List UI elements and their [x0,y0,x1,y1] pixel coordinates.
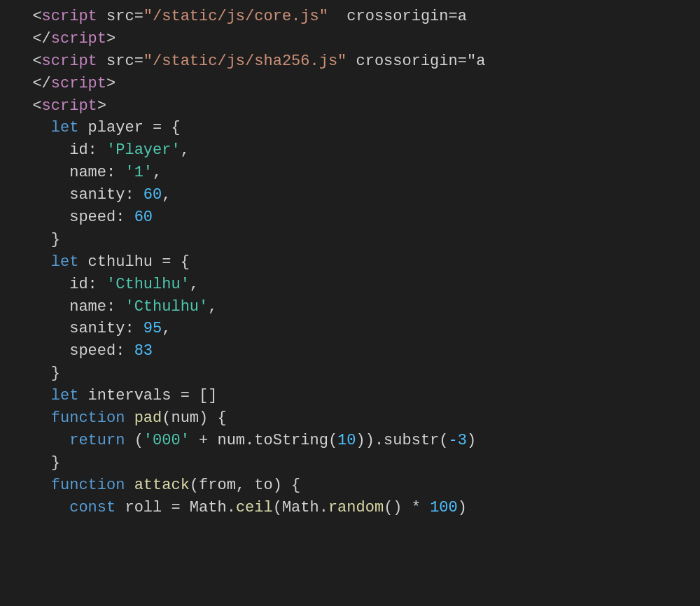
code-token: ceil [236,499,273,516]
code-token: ( [125,432,143,449]
code-token: -3 [449,432,467,449]
code-token: speed: [14,209,134,226]
code-token: function [51,477,125,494]
code-token: crossorigin= [346,52,467,70]
code-token [14,499,69,516]
code-token: '1' [125,164,153,181]
code-line: </script> [14,28,700,50]
code-line: let player = { [14,117,700,139]
code-token: sanity: [14,320,144,337]
code-token: (num) { [162,409,226,427]
code-token: 100 [430,499,458,516]
code-line: function attack(from, to) { [14,474,700,497]
code-line: sanity: 95, [14,318,700,340]
code-token: , [181,141,190,159]
code-token: roll = Math. [115,499,236,516]
code-token: id: [14,276,106,293]
code-token: 'Cthulhu' [125,298,208,316]
code-token: return [69,432,125,449]
code-token [14,253,51,271]
code-line: name: 'Cthulhu', [14,296,700,318]
code-token [14,387,51,404]
code-token: > [97,97,106,115]
code-token: 10 [337,432,356,449]
code-token: sanity: [14,186,144,204]
code-token: ) [458,499,467,516]
code-token: '000' [144,432,190,449]
code-line: } [14,229,700,251]
code-token: 95 [144,320,162,337]
code-token: } [14,454,60,472]
code-token: , [162,186,171,204]
code-line: return ('000' + num.toString(10)).substr… [14,430,700,452]
code-token: let [51,119,79,136]
code-line: let cthulhu = { [14,251,700,274]
code-token: ) [467,432,476,449]
code-line: speed: 83 [14,340,700,362]
code-token: src= [97,8,144,25]
code-token: function [51,409,125,427]
code-token: script [42,52,97,70]
code-token: 'Player' [106,141,181,159]
code-token [125,409,134,427]
code-token [125,477,134,494]
code-token: speed: [14,342,134,360]
code-line: </script> [14,73,700,95]
code-token: , [162,320,171,337]
code-line: } [14,452,700,474]
code-line: name: '1', [14,162,700,184]
code-token: "/static/js/sha256.js" [144,52,346,70]
code-token: </ [14,75,51,92]
code-token: intervals = [] [78,387,217,404]
code-token: script [51,75,106,92]
code-token: "a [467,52,485,70]
code-token: let [51,387,79,404]
code-token: cthulhu = { [78,253,189,271]
code-line: speed: 60 [14,206,700,229]
code-token: () * [384,499,430,516]
code-token: < [14,97,42,115]
code-token: attack [134,477,190,494]
code-token: 'Cthulhu' [106,276,190,293]
code-token: 60 [134,209,153,226]
code-token: )).substr( [356,432,449,449]
code-token: , [208,298,217,316]
code-token: crossorigin= [328,8,458,25]
code-line: let intervals = [] [14,385,700,407]
code-token: (Math. [273,499,328,516]
code-token: name: [14,164,125,181]
code-editor: <script src="/static/js/core.js" crossor… [0,0,700,606]
code-line: sanity: 60, [14,184,700,206]
code-token [14,432,69,449]
code-line: id: 'Cthulhu', [14,274,700,296]
code-token: let [51,253,79,271]
code-line: <script> [14,95,700,118]
code-token: < [14,8,42,25]
code-line: } [14,362,700,385]
code-token: script [42,97,97,115]
code-token: 60 [144,186,162,204]
code-token [14,119,51,136]
code-token: src= [97,52,144,70]
code-line: <script src="/static/js/sha256.js" cross… [14,50,700,73]
code-token: "/static/js/core.js" [144,8,328,25]
code-token: pad [134,409,162,427]
code-token: const [69,499,115,516]
code-token: name: [14,298,125,316]
code-token: script [42,8,97,25]
code-token: } [14,231,60,248]
code-token [14,477,51,494]
code-token: > [106,30,115,48]
code-token: id: [14,141,106,159]
code-token: , [153,164,162,181]
code-token: script [51,30,106,48]
code-line: function pad(num) { [14,407,700,430]
code-token: 83 [134,342,153,360]
code-token: < [14,52,42,70]
code-token [14,409,51,427]
code-token: player = { [78,119,180,136]
code-line: id: 'Player', [14,139,700,162]
code-line: <script src="/static/js/core.js" crossor… [14,6,700,28]
code-token: (from, to) { [190,477,300,494]
code-token: , [190,276,199,293]
